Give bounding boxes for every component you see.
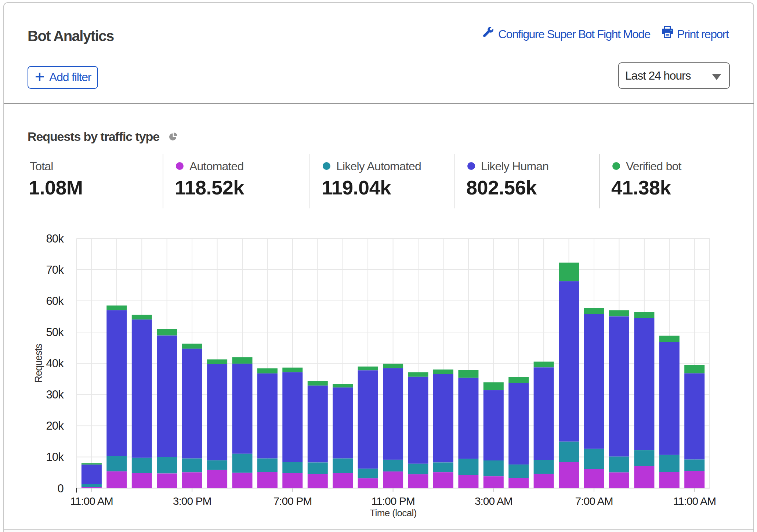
svg-text:Requests: Requests bbox=[33, 344, 44, 383]
svg-text:60k: 60k bbox=[46, 295, 64, 307]
svg-text:20k: 20k bbox=[46, 419, 64, 432]
svg-text:Time (local): Time (local) bbox=[370, 507, 417, 518]
svg-text:3:00 PM: 3:00 PM bbox=[173, 495, 211, 507]
svg-text:30k: 30k bbox=[46, 388, 64, 401]
svg-text:40k: 40k bbox=[46, 357, 64, 370]
svg-text:3:00 AM: 3:00 AM bbox=[475, 495, 512, 507]
svg-text:0: 0 bbox=[58, 482, 64, 495]
svg-text:7:00 AM: 7:00 AM bbox=[575, 495, 613, 507]
svg-text:11:00 PM: 11:00 PM bbox=[372, 495, 415, 507]
svg-text:50k: 50k bbox=[46, 326, 64, 339]
svg-text:7:00 PM: 7:00 PM bbox=[273, 495, 312, 507]
svg-text:10k: 10k bbox=[46, 451, 64, 463]
svg-text:80k: 80k bbox=[46, 232, 64, 245]
svg-text:11:00 AM: 11:00 AM bbox=[673, 495, 716, 507]
svg-text:11:00 AM: 11:00 AM bbox=[70, 495, 113, 507]
svg-text:70k: 70k bbox=[46, 263, 64, 276]
